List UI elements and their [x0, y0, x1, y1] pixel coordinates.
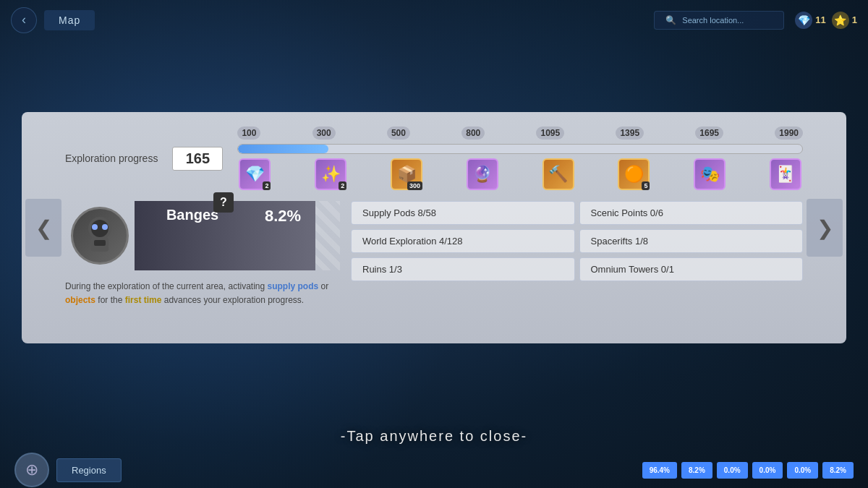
reward-icon-7: 🃏	[775, 165, 795, 184]
reward-0[interactable]: 💎 2	[239, 158, 271, 190]
regions-button[interactable]: Regions	[56, 458, 122, 482]
resource-value-2: 1	[852, 14, 857, 25]
main-panel: ❮ ❯ Exploration progress 165 100 300 500…	[22, 112, 846, 343]
character-avatar	[71, 207, 129, 265]
left-section: ?	[65, 201, 340, 307]
milestone-1695: 1695	[695, 127, 723, 140]
resource-item-1: 💎 11	[795, 12, 825, 29]
stat-omnium-towers[interactable]: Omnium Towers 0/1	[579, 257, 804, 281]
svg-point-2	[92, 224, 98, 230]
milestone-1095: 1095	[536, 127, 564, 140]
milestone-500: 500	[387, 127, 410, 140]
area-btn-1[interactable]: 8.2%	[681, 462, 712, 479]
nav-arrow-left[interactable]: ❮	[25, 199, 61, 257]
reward-icon-0: 💎	[245, 165, 265, 184]
milestone-labels: 100 300 500 800 1095 1395 1695 1990	[237, 127, 803, 140]
milestone-100: 100	[237, 127, 260, 140]
stats-grid: Supply Pods 8/58 Scenic Points 0/6 World…	[351, 201, 803, 281]
area-btn-5[interactable]: 8.2%	[822, 462, 854, 479]
tap-close-label: -Tap anywhere to close-	[341, 428, 527, 445]
progress-section: Exploration progress 165 100 300 500 800…	[65, 127, 803, 190]
bottom-left: ⊕ Regions	[14, 453, 122, 487]
bottom-content: ?	[65, 201, 803, 307]
milestone-300: 300	[312, 127, 336, 140]
area-btn-2[interactable]: 0.0%	[717, 462, 748, 479]
search-text: Search location...	[682, 16, 744, 25]
reward-4[interactable]: 🔨	[542, 158, 574, 190]
character-display: Banges 8.2%	[65, 201, 340, 270]
area-btn-4[interactable]: 0.0%	[787, 462, 818, 479]
nav-arrow-right[interactable]: ❯	[807, 199, 843, 257]
desc-middle1: or	[318, 281, 328, 291]
reward-7[interactable]: 🃏	[770, 158, 801, 190]
reward-5[interactable]: 🟠 5	[618, 158, 650, 190]
search-icon: 🔍	[665, 15, 676, 25]
reward-icon-6: 🎭	[700, 165, 720, 184]
bottom-bar: ⊕ Regions 96.4% 8.2% 0.0% 0.0% 0.0% 8.2%	[0, 452, 868, 488]
area-btn-0[interactable]: 96.4%	[642, 462, 677, 479]
resource-icon-2: ⭐	[832, 12, 849, 29]
progress-bar-fill	[238, 145, 328, 153]
reward-icon-4: 🔨	[548, 165, 568, 184]
help-button[interactable]: ?	[213, 192, 234, 213]
reward-badge-0: 2	[263, 181, 271, 190]
milestone-1990: 1990	[775, 127, 803, 140]
top-bar: ‹ Map 🔍 Search location... 💎 11 ⭐ 1	[0, 0, 868, 40]
exploration-label: Exploration progress	[65, 153, 158, 164]
search-bar[interactable]: 🔍 Search location...	[654, 11, 784, 30]
reward-1[interactable]: ✨ 2	[315, 158, 346, 190]
stat-spacerifts[interactable]: Spacerifts 1/8	[579, 229, 804, 253]
resource-value-1: 11	[815, 14, 825, 25]
character-row: ?	[65, 201, 340, 270]
stat-supply-pods[interactable]: Supply Pods 8/58	[351, 201, 575, 225]
reward-3[interactable]: 🔮	[467, 158, 498, 190]
stat-scenic-points[interactable]: Scenic Points 0/6	[579, 201, 804, 225]
resource-icons: 💎 11 ⭐ 1	[795, 12, 857, 29]
svg-rect-5	[94, 240, 106, 246]
progress-bar	[237, 144, 803, 154]
milestone-1395: 1395	[616, 127, 644, 140]
stat-world-exploration[interactable]: World Exploration 4/128	[351, 229, 575, 253]
reward-icon-1: ✨	[321, 165, 341, 184]
desc-highlight-objects: objects	[65, 295, 95, 305]
resource-item-2: ⭐ 1	[832, 12, 857, 29]
desc-suffix: advances your exploration progress.	[161, 295, 304, 305]
milestone-800: 800	[461, 127, 485, 140]
progress-track: 100 300 500 800 1095 1395 1695 1990 💎 2 …	[237, 127, 803, 190]
top-left-controls: ‹ Map	[11, 7, 95, 33]
area-btn-3[interactable]: 0.0%	[752, 462, 783, 479]
top-right-controls: 🔍 Search location... 💎 11 ⭐ 1	[654, 11, 857, 30]
reward-icon-5: 🟠	[624, 165, 644, 184]
bottom-right-buttons: 96.4% 8.2% 0.0% 0.0% 0.0% 8.2%	[642, 462, 854, 479]
desc-highlight-first-time: first time	[125, 295, 162, 305]
desc-prefix: During the exploration of the current ar…	[65, 281, 268, 291]
desc-middle2: for the	[95, 295, 125, 305]
milestone-rewards: 💎 2 ✨ 2 📦 300 🔮 🔨 🟠	[237, 158, 803, 190]
desc-highlight-supply-pods: supply pods	[268, 281, 319, 291]
description-text: During the exploration of the current ar…	[65, 276, 340, 307]
compass-button[interactable]: ⊕	[14, 453, 49, 487]
svg-point-3	[102, 224, 108, 230]
reward-6[interactable]: 🎭	[694, 158, 726, 190]
reward-badge-1: 2	[339, 181, 346, 190]
reward-badge-2: 300	[407, 181, 422, 190]
reward-2[interactable]: 📦 300	[391, 158, 422, 190]
reward-badge-5: 5	[642, 181, 650, 190]
back-button[interactable]: ‹	[11, 7, 37, 33]
progress-value: 165	[172, 147, 223, 171]
map-title: Map	[44, 10, 95, 30]
stat-ruins[interactable]: Ruins 1/3	[351, 257, 575, 281]
reward-icon-3: 🔮	[472, 165, 492, 184]
character-percent: 8.2%	[250, 201, 315, 270]
resource-icon-1: 💎	[795, 12, 812, 29]
